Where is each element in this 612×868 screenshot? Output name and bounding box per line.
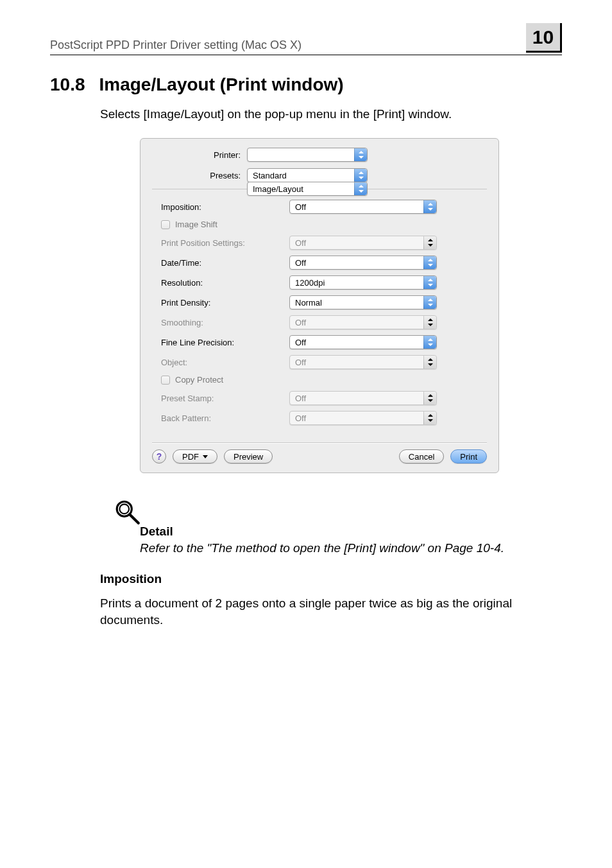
cancel-button-label: Cancel xyxy=(409,452,434,462)
printer-popup[interactable] xyxy=(247,148,368,162)
stepper-icon xyxy=(423,276,436,289)
stepper-icon xyxy=(354,182,367,195)
panel-popup[interactable]: Image/Layout xyxy=(247,182,368,196)
stepper-icon xyxy=(423,316,436,329)
smoothing-popup: Off xyxy=(289,315,437,329)
print-button[interactable]: Print xyxy=(450,449,487,464)
stepper-icon xyxy=(354,169,367,182)
stepper-icon xyxy=(423,296,436,309)
smoothing-label: Smoothing: xyxy=(161,318,289,327)
stepper-icon xyxy=(423,256,436,269)
print-button-label: Print xyxy=(460,452,477,462)
help-button[interactable]: ? xyxy=(152,449,166,464)
stepper-icon xyxy=(423,336,436,349)
imposition-label: Imposition: xyxy=(161,202,289,212)
running-header-text: PostScript PPD Printer Driver setting (M… xyxy=(50,39,302,52)
object-label: Object: xyxy=(161,358,289,367)
imposition-heading: Imposition xyxy=(100,572,562,586)
imposition-body: Prints a document of 2 pages onto a sing… xyxy=(100,595,562,628)
panel-value: Image/Layout xyxy=(253,184,303,194)
back-pattern-popup: Off xyxy=(289,411,437,425)
fine-line-value: Off xyxy=(295,338,306,347)
resolution-value: 1200dpi xyxy=(295,278,325,288)
running-header: PostScript PPD Printer Driver setting (M… xyxy=(50,39,562,55)
detail-heading: Detail xyxy=(140,525,562,539)
preview-button[interactable]: Preview xyxy=(224,449,273,464)
svg-point-1 xyxy=(119,504,129,514)
copy-protect-checkbox-row[interactable]: Copy Protect xyxy=(161,375,478,385)
print-density-label: Print Density: xyxy=(161,298,289,308)
fine-line-label: Fine Line Precision: xyxy=(161,338,289,347)
pdf-menu-button[interactable]: PDF xyxy=(173,449,217,464)
image-shift-label: Image Shift xyxy=(175,220,217,229)
back-pattern-label: Back Pattern: xyxy=(161,413,289,423)
stepper-icon xyxy=(423,236,436,249)
svg-line-2 xyxy=(130,514,139,523)
date-time-popup[interactable]: Off xyxy=(289,256,437,270)
chapter-number-box: 10 xyxy=(526,23,562,53)
print-position-label: Print Position Settings: xyxy=(161,238,289,248)
section-heading: Image/Layout (Print window) xyxy=(99,74,344,94)
print-position-value: Off xyxy=(295,238,306,248)
printer-label: Printer: xyxy=(152,150,247,160)
presets-popup[interactable]: Standard xyxy=(247,168,368,182)
image-shift-checkbox-row[interactable]: Image Shift xyxy=(161,220,478,229)
back-pattern-value: Off xyxy=(295,413,306,423)
stepper-icon xyxy=(423,392,436,404)
resolution-label: Resolution: xyxy=(161,278,289,288)
stepper-icon xyxy=(354,148,367,161)
copy-protect-label: Copy Protect xyxy=(175,375,223,385)
chevron-down-icon xyxy=(203,455,208,458)
preset-stamp-popup: Off xyxy=(289,391,437,405)
smoothing-value: Off xyxy=(295,318,306,327)
section-number: 10.8 xyxy=(50,74,85,95)
presets-label: Presets: xyxy=(152,171,247,180)
imposition-value: Off xyxy=(295,202,306,212)
intro-paragraph: Selects [Image/Layout] on the pop-up men… xyxy=(100,107,562,121)
resolution-popup[interactable]: 1200dpi xyxy=(289,275,437,290)
cancel-button[interactable]: Cancel xyxy=(399,449,444,464)
pdf-button-label: PDF xyxy=(182,452,199,462)
preset-stamp-label: Preset Stamp: xyxy=(161,394,289,403)
checkbox-icon xyxy=(161,376,170,385)
stepper-icon xyxy=(423,200,436,213)
object-value: Off xyxy=(295,358,306,367)
checkbox-icon xyxy=(161,220,170,229)
fine-line-popup[interactable]: Off xyxy=(289,335,437,349)
section-title: 10.8Image/Layout (Print window) xyxy=(50,74,562,95)
preset-stamp-value: Off xyxy=(295,394,306,403)
stepper-icon xyxy=(423,412,436,424)
divider xyxy=(152,442,487,443)
stepper-icon xyxy=(423,356,436,369)
print-density-value: Normal xyxy=(295,298,322,308)
help-icon: ? xyxy=(157,451,162,462)
print-dialog: Printer: Presets: Standard Image/Layout xyxy=(140,138,499,473)
chapter-number: 10 xyxy=(532,26,554,48)
date-time-value: Off xyxy=(295,258,306,268)
preview-button-label: Preview xyxy=(234,452,263,462)
object-popup: Off xyxy=(289,355,437,369)
presets-value: Standard xyxy=(253,171,287,180)
print-density-popup[interactable]: Normal xyxy=(289,295,437,309)
print-position-popup: Off xyxy=(289,236,437,250)
imposition-popup[interactable]: Off xyxy=(289,200,437,214)
date-time-label: Date/Time: xyxy=(161,258,289,268)
detail-text: Refer to the "The method to open the [Pr… xyxy=(140,541,562,555)
